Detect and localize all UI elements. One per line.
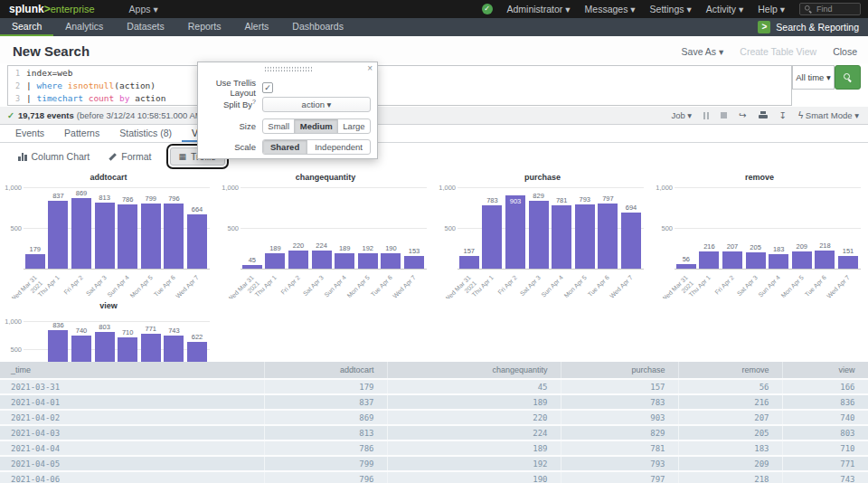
top-menu-activity[interactable]: Activity ▾	[706, 4, 743, 14]
value-cell[interactable]: 740	[782, 410, 868, 425]
chart-type-button[interactable]: Column Chart	[18, 151, 90, 162]
bar-remove-7[interactable]	[838, 256, 858, 269]
value-cell[interactable]: 793	[561, 456, 678, 471]
bar-changequantity-5[interactable]	[358, 253, 378, 269]
popup-drag-handle[interactable]	[264, 66, 313, 72]
find-input[interactable]: Find	[799, 3, 861, 15]
value-cell[interactable]: 220	[387, 410, 561, 425]
split-by-help-icon[interactable]: ?	[252, 99, 256, 105]
value-cell[interactable]: 189	[387, 394, 561, 410]
job-menu[interactable]: Job ▾	[671, 110, 692, 120]
value-cell[interactable]: 207	[678, 410, 782, 425]
time-cell[interactable]: 2021-04-03	[0, 425, 264, 440]
value-cell[interactable]: 192	[387, 456, 561, 471]
bar-changequantity-2[interactable]	[288, 251, 308, 269]
bar-remove-5[interactable]	[792, 251, 812, 269]
tab-statistics[interactable]: Statistics (8)	[109, 125, 182, 142]
value-cell[interactable]: 837	[264, 394, 387, 410]
value-cell[interactable]: 829	[561, 425, 678, 440]
time-cell[interactable]: 2021-04-04	[0, 440, 264, 456]
use-trellis-checkbox[interactable]: ✓	[262, 82, 273, 93]
share-button[interactable]: ↪	[739, 110, 746, 120]
bar-changequantity-7[interactable]	[404, 256, 424, 269]
apps-menu[interactable]: Apps ▾	[129, 4, 158, 14]
size-option-large[interactable]: Large	[338, 119, 370, 133]
time-cell[interactable]: 2021-04-02	[0, 410, 264, 425]
print-button[interactable]	[759, 111, 768, 119]
column-header-changequantity[interactable]: changequantity	[387, 362, 561, 379]
value-cell[interactable]: 797	[561, 471, 678, 483]
value-cell[interactable]: 771	[782, 456, 868, 471]
bar-addtocart-2[interactable]	[71, 198, 91, 269]
bar-changequantity-0[interactable]	[242, 265, 262, 269]
value-cell[interactable]: 799	[264, 456, 387, 471]
search-submit-button[interactable]	[835, 65, 861, 90]
top-menu-help[interactable]: Help ▾	[758, 4, 785, 14]
time-cell[interactable]: 2021-04-06	[0, 471, 264, 483]
bar-addtocart-1[interactable]	[48, 201, 68, 269]
format-button[interactable]: Format	[108, 151, 151, 162]
value-cell[interactable]: 209	[678, 456, 782, 471]
bar-purchase-7[interactable]	[621, 213, 641, 269]
column-header-time[interactable]: _time	[0, 362, 264, 379]
bar-purchase-3[interactable]	[529, 201, 549, 269]
value-cell[interactable]: 45	[387, 379, 561, 394]
column-header-remove[interactable]: remove	[678, 362, 782, 379]
splunk-logo[interactable]: splunk>enterprise	[9, 3, 95, 15]
time-cell[interactable]: 2021-03-31	[0, 379, 264, 394]
top-menu-administrator[interactable]: Administrator ▾	[507, 4, 571, 14]
bar-changequantity-4[interactable]	[335, 253, 354, 269]
smart-mode-menu[interactable]: ϟ Smart Mode ▾	[798, 110, 859, 120]
split-by-dropdown[interactable]: action ▾	[262, 97, 371, 112]
size-option-medium[interactable]: Medium	[295, 119, 338, 133]
value-cell[interactable]: 781	[561, 440, 678, 456]
value-cell[interactable]: 813	[264, 425, 387, 440]
stop-button[interactable]	[721, 112, 727, 118]
time-cell[interactable]: 2021-04-01	[0, 394, 264, 410]
bar-addtocart-5[interactable]	[141, 204, 161, 269]
value-cell[interactable]: 796	[264, 471, 387, 483]
app-title[interactable]: Search & Reporting	[776, 22, 859, 33]
bar-addtocart-4[interactable]	[118, 204, 137, 269]
bar-purchase-6[interactable]	[598, 204, 618, 269]
value-cell[interactable]: 803	[782, 425, 868, 440]
column-header-purchase[interactable]: purchase	[561, 362, 678, 379]
value-cell[interactable]: 183	[678, 440, 782, 456]
bar-remove-3[interactable]	[746, 252, 766, 269]
time-range-picker[interactable]: All time ▾	[792, 65, 835, 90]
system-status-icon[interactable]: ✓	[482, 4, 493, 14]
value-cell[interactable]: 869	[264, 410, 387, 425]
nav-item-dashboards[interactable]: Dashboards	[280, 18, 355, 36]
value-cell[interactable]: 786	[264, 440, 387, 456]
bar-remove-1[interactable]	[699, 251, 719, 269]
value-cell[interactable]: 783	[561, 394, 678, 410]
column-header-addtocart[interactable]: addtocart	[264, 362, 387, 379]
scale-option-shared[interactable]: Shared	[263, 140, 307, 154]
value-cell[interactable]: 56	[678, 379, 782, 394]
save-as-button[interactable]: Save As ▾	[682, 46, 724, 57]
bar-addtocart-3[interactable]	[95, 203, 115, 269]
bar-purchase-4[interactable]	[552, 205, 571, 269]
bar-changequantity-3[interactable]	[312, 251, 332, 269]
create-table-view-button[interactable]: Create Table View	[740, 46, 816, 57]
bar-purchase-2[interactable]	[505, 195, 525, 269]
bar-remove-2[interactable]	[722, 251, 742, 269]
pause-button[interactable]	[703, 112, 709, 119]
bar-addtocart-0[interactable]	[25, 254, 45, 269]
value-cell[interactable]: 836	[782, 394, 868, 410]
bar-addtocart-7[interactable]	[187, 214, 207, 269]
value-cell[interactable]: 157	[561, 379, 678, 394]
value-cell[interactable]: 903	[561, 410, 678, 425]
size-option-small[interactable]: Small	[263, 119, 295, 133]
bar-purchase-5[interactable]	[575, 204, 595, 269]
top-menu-messages[interactable]: Messages ▾	[585, 4, 636, 14]
nav-item-alerts[interactable]: Alerts	[233, 18, 281, 36]
column-header-view[interactable]: view	[782, 362, 868, 379]
value-cell[interactable]: 216	[678, 394, 782, 410]
search-query-editor[interactable]: 1index=web2| where isnotnull(action)3| t…	[7, 65, 792, 106]
bar-remove-4[interactable]	[769, 254, 788, 269]
nav-item-search[interactable]: Search	[0, 18, 53, 36]
value-cell[interactable]: 205	[678, 425, 782, 440]
nav-item-reports[interactable]: Reports	[176, 18, 233, 36]
bar-purchase-1[interactable]	[482, 205, 502, 269]
